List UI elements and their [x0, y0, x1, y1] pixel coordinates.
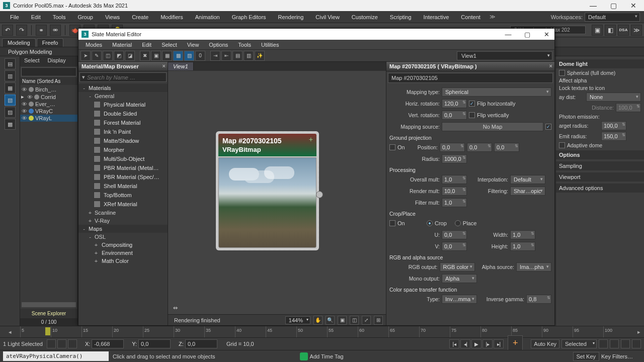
menu-create[interactable]: Create: [126, 11, 154, 23]
left-icon-5[interactable]: ▨: [5, 107, 16, 118]
scene-tab-select[interactable]: Select: [20, 56, 44, 66]
timeline-handle[interactable]: [45, 327, 50, 335]
timeline[interactable]: ◂ 51015202530354045505560657075808590951…: [0, 326, 644, 338]
undo-button[interactable]: ↶: [2, 25, 13, 36]
scene-hscroll[interactable]: [22, 302, 76, 307]
mmb-mat-inknpaint[interactable]: Ink 'n Paint: [78, 127, 168, 136]
ground-on-checkbox[interactable]: [389, 144, 395, 150]
alpha-source-combo[interactable]: Ima…pha: [516, 262, 551, 272]
place-radio[interactable]: [455, 220, 461, 226]
roll-viewport[interactable]: Viewport: [556, 172, 644, 182]
mmb-cat-maps[interactable]: -Maps: [78, 225, 168, 233]
scene-row[interactable]: 👁Ever_…: [20, 101, 77, 108]
keyfilters-combo[interactable]: Key Filters…: [601, 353, 633, 359]
inv-gamma-spinner[interactable]: 0,8: [526, 295, 551, 304]
slate-menu-view[interactable]: View: [182, 42, 204, 48]
mmb-osl-environment[interactable]: +Environment: [78, 249, 168, 257]
roll-sampling[interactable]: Sampling: [556, 161, 644, 170]
slate-view-combo[interactable]: View1: [457, 51, 552, 60]
mmb-search[interactable]: ▾: [79, 72, 167, 82]
mmb-mat-physical[interactable]: Physical Material: [78, 100, 168, 109]
filter-spinner[interactable]: 1,0: [442, 198, 467, 207]
mmb-sub-general[interactable]: -General: [78, 92, 168, 100]
prev-frame-button[interactable]: ◂|: [460, 339, 470, 348]
spherical-checkbox[interactable]: [559, 70, 565, 76]
mmb-osl-mathcolor[interactable]: +Math Color: [78, 257, 168, 265]
left-icon-3[interactable]: ▦: [5, 82, 16, 94]
left-icon-4[interactable]: ▧: [5, 95, 16, 106]
param-title[interactable]: Map #2070302105 ( VRayBitmap )×: [386, 62, 554, 71]
node-thumbnail[interactable]: [218, 157, 316, 248]
nav-icon-4[interactable]: [632, 339, 641, 348]
mmb-sub-vray[interactable]: +V-Ray: [78, 217, 168, 225]
menu-civilview[interactable]: Civil View: [309, 11, 345, 23]
filtering-combo[interactable]: Shar…opic: [510, 187, 545, 196]
left-icon-1[interactable]: ▤: [5, 58, 16, 69]
unlink-button[interactable]: ⚮: [50, 25, 61, 36]
slate-tool-5[interactable]: ◪: [125, 51, 135, 61]
param-name-field[interactable]: Map #2070302105: [388, 73, 553, 83]
eye-icon[interactable]: 👁: [21, 115, 27, 121]
roll-options[interactable]: Options: [556, 150, 644, 159]
mmb-osl-compositing[interactable]: +Compositing: [78, 241, 168, 249]
slate-tool-9[interactable]: ▩: [173, 51, 183, 61]
height-spinner[interactable]: 1,0: [510, 242, 535, 251]
mmb-mat-pbr-metal[interactable]: PBR Material (Metal…: [78, 163, 168, 172]
node-canvas[interactable]: Map #2070302105 VRayBitmap + ⇔: [168, 71, 386, 314]
setkey-button[interactable]: Set Key: [573, 352, 600, 361]
roll-advanced[interactable]: Advanced options: [556, 184, 644, 193]
mmb-mat-xref[interactable]: XRef Material: [78, 200, 168, 209]
node-expand-icon[interactable]: +: [309, 135, 313, 143]
cropplace-on-checkbox[interactable]: [389, 220, 395, 226]
workspace-combo[interactable]: Default: [585, 13, 640, 22]
mmb-tree[interactable]: -Materials -General Physical Material Do…: [78, 83, 168, 325]
crop-radio[interactable]: ●: [427, 220, 433, 226]
menu-tools[interactable]: Tools: [47, 11, 72, 23]
pos-y-spinner[interactable]: 0,0: [467, 143, 492, 152]
slate-menu-modes[interactable]: Modes: [80, 42, 107, 48]
canvas-nav-icon[interactable]: ⇔: [173, 305, 178, 311]
ribbon-tab-modeling[interactable]: Modeling: [2, 38, 36, 47]
add-key-button[interactable]: +: [508, 335, 523, 350]
next-frame-button[interactable]: |▸: [482, 339, 493, 348]
redo-button[interactable]: ↷: [16, 25, 27, 36]
slate-menu-select[interactable]: Select: [156, 42, 182, 48]
nav-icon-3[interactable]: [621, 339, 630, 348]
key-target-combo[interactable]: Selected: [561, 339, 597, 348]
scene-tab-display[interactable]: Display: [44, 56, 70, 66]
slate-menu-edit[interactable]: Edit: [137, 42, 156, 48]
eye-icon[interactable]: 👁: [27, 94, 33, 100]
mmb-mat-doublesided[interactable]: Double Sided: [78, 109, 168, 118]
add-time-tag[interactable]: Add Time Tag: [300, 352, 344, 360]
slate-tool-10[interactable]: ▨: [184, 51, 194, 61]
menu-customize[interactable]: Customize: [346, 11, 384, 23]
pos-x-spinner[interactable]: 0,0: [440, 143, 465, 152]
overall-spinner[interactable]: 1,0: [442, 175, 467, 184]
slate-tool-wand[interactable]: ✨: [255, 51, 265, 61]
menu-edit[interactable]: Edit: [25, 11, 47, 23]
pan-icon[interactable]: ✋: [313, 316, 323, 325]
menu-grapheditors[interactable]: Graph Editors: [226, 11, 272, 23]
autokey-button[interactable]: Auto Key: [531, 339, 559, 348]
emit-radius-spinner[interactable]: 150,0: [601, 132, 626, 141]
mono-output-combo[interactable]: Alpha: [442, 274, 477, 283]
zoom-icon[interactable]: 🔍: [326, 316, 335, 325]
status-icon-1[interactable]: [47, 339, 56, 348]
mmb-mat-morpher[interactable]: Morpher: [78, 145, 168, 154]
mmb-cat-materials[interactable]: -Materials: [78, 84, 168, 92]
horiz-rot-spinner[interactable]: 120,0: [442, 99, 467, 108]
slate-tool-11[interactable]: 0: [195, 51, 205, 61]
slate-menu-material[interactable]: Material: [107, 42, 137, 48]
mmb-mat-multisub[interactable]: Multi/Sub-Object: [78, 154, 168, 163]
mmb-title[interactable]: Material/Map Browser×: [78, 62, 168, 71]
target-radius-spinner[interactable]: 100,0: [601, 121, 626, 130]
left-icon-6[interactable]: ▩: [5, 119, 16, 130]
goto-end-button[interactable]: ▸|: [494, 339, 504, 348]
mmb-sub-scanline[interactable]: +Scanline: [78, 209, 168, 217]
vert-rot-spinner[interactable]: 0,0: [442, 111, 467, 120]
menu-scripting[interactable]: Scripting: [384, 11, 418, 23]
scene-header[interactable]: Name (Sorted As: [20, 77, 77, 85]
radius-spinner[interactable]: 1000,0: [442, 154, 467, 163]
slate-tool-12[interactable]: ⇥: [210, 51, 220, 61]
mapping-source-button[interactable]: No Map: [442, 122, 543, 131]
